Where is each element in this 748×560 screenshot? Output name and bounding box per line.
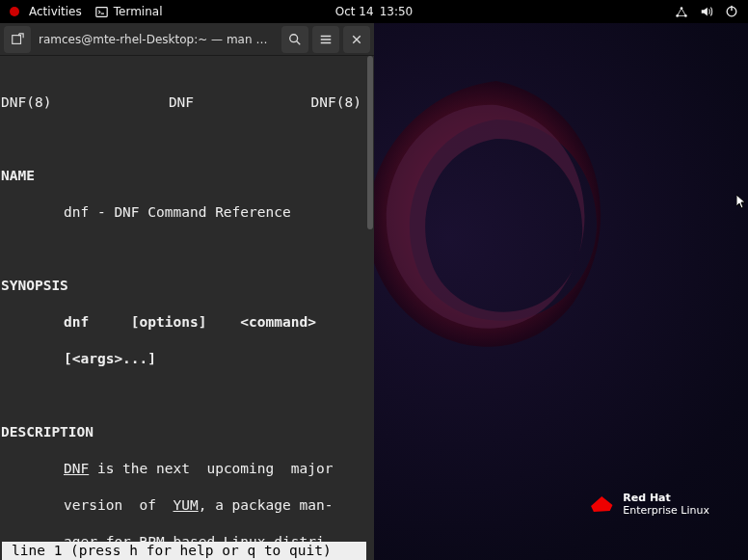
terminal-titlebar[interactable]: ramces@mte-rhel-Desktop:~ — man dnf bbox=[0, 23, 374, 56]
man-header-center: DNF bbox=[169, 93, 194, 112]
wallpaper-swirl-icon bbox=[342, 62, 651, 370]
search-icon bbox=[288, 33, 302, 46]
desc-line: version of YUM, a package man- bbox=[1, 496, 373, 515]
section-synopsis: SYNOPSIS bbox=[1, 277, 373, 295]
yum-link: YUM bbox=[174, 497, 199, 513]
distro-logo-icon bbox=[10, 7, 19, 16]
close-icon bbox=[351, 34, 362, 45]
section-description: DESCRIPTION bbox=[1, 423, 373, 441]
search-button[interactable] bbox=[281, 26, 308, 53]
volume-icon[interactable] bbox=[700, 5, 713, 18]
brand-line1: Red Hat bbox=[623, 492, 709, 504]
redhat-icon bbox=[588, 494, 615, 514]
date-label: Oct 14 bbox=[335, 5, 374, 18]
svg-point-7 bbox=[290, 34, 298, 41]
section-name: NAME bbox=[1, 167, 373, 185]
gnome-topbar: Activities Terminal Oct 14 13:50 bbox=[0, 0, 748, 23]
terminal-icon bbox=[95, 6, 108, 18]
svg-rect-0 bbox=[96, 7, 107, 16]
synopsis-line-2: [<args>...] bbox=[1, 350, 373, 368]
activities-label: Activities bbox=[29, 5, 82, 18]
dnf-link: DNF bbox=[64, 461, 89, 476]
time-label: 13:50 bbox=[380, 5, 414, 18]
svg-rect-5 bbox=[731, 6, 732, 11]
pager-status-line: line 1 (press h for help or q to quit) bbox=[2, 542, 366, 560]
window-title: ramces@mte-rhel-Desktop:~ — man dnf bbox=[35, 33, 278, 46]
power-icon[interactable] bbox=[725, 5, 738, 18]
clock-button[interactable]: Oct 14 13:50 bbox=[335, 5, 413, 18]
scrollbar-thumb[interactable] bbox=[367, 56, 373, 229]
brand-line2: Enterprise Linux bbox=[623, 504, 709, 517]
rhel-branding: Red Hat Enterprise Linux bbox=[588, 492, 709, 517]
activities-button[interactable]: Activities bbox=[10, 5, 82, 18]
current-app-button[interactable]: Terminal bbox=[95, 5, 163, 18]
terminal-viewport[interactable]: DNF(8)DNFDNF(8) NAME dnf - DNF Command R… bbox=[0, 56, 374, 560]
new-tab-button[interactable] bbox=[4, 26, 31, 53]
desc-line: DNF is the next upcoming major bbox=[1, 460, 373, 478]
close-button[interactable] bbox=[343, 26, 370, 53]
current-app-label: Terminal bbox=[114, 5, 163, 18]
terminal-window: ramces@mte-rhel-Desktop:~ — man dnf DNF(… bbox=[0, 23, 374, 560]
synopsis-line-1: dnf [options] <command> bbox=[1, 313, 373, 332]
name-line: dnf - DNF Command Reference bbox=[1, 203, 373, 222]
man-header-left: DNF(8) bbox=[1, 93, 51, 112]
mouse-cursor-icon bbox=[736, 195, 746, 210]
man-header-right: DNF(8) bbox=[311, 93, 373, 112]
menu-button[interactable] bbox=[312, 26, 339, 53]
svg-rect-6 bbox=[13, 35, 21, 43]
network-icon[interactable] bbox=[675, 5, 688, 18]
hamburger-icon bbox=[319, 33, 333, 46]
new-tab-icon bbox=[11, 33, 24, 46]
